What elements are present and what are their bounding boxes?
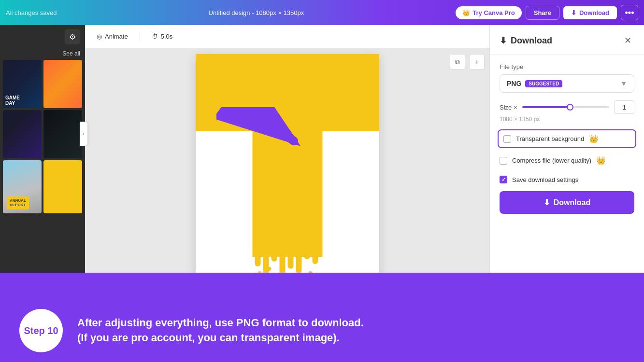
topbar: All changes saved Untitled design - 1080…	[0, 0, 644, 25]
annual-report-thumb[interactable]: ANNUALREPORT	[3, 160, 42, 213]
add-page-button[interactable]: +	[469, 54, 485, 70]
thumb-text-1: GAMEDAY	[5, 95, 20, 106]
template-thumb-3[interactable]	[3, 110, 42, 158]
file-type-left: PNG SUGGESTED	[507, 80, 562, 87]
template-grid-row1: GAMEDAY	[0, 60, 85, 158]
svg-rect-5	[296, 237, 301, 274]
svg-rect-2	[271, 237, 277, 262]
saved-status: All changes saved	[6, 9, 57, 16]
share-button[interactable]: Share	[526, 6, 559, 20]
save-settings-checkbox[interactable]: ✓	[500, 176, 507, 183]
canvas-design[interactable]	[196, 54, 379, 295]
chevron-down-icon: ▼	[620, 80, 627, 87]
wave-svg	[0, 272, 644, 301]
download-icon: ⬇	[571, 9, 576, 16]
save-settings-option[interactable]: ✓ Save download settings	[500, 173, 634, 186]
size-x-label: Size ×	[500, 104, 517, 111]
download-panel-body: File type PNG SUGGESTED ▼ Size × 1080	[490, 55, 644, 223]
filter-icon: ⚙	[69, 32, 76, 42]
png-label: PNG	[507, 80, 521, 87]
compress-label: Compress file (lower quality)	[512, 157, 591, 164]
panel-title: ⬇ Download	[500, 35, 552, 46]
instruction-line2: (If you are pro account, you can transpa…	[77, 331, 364, 346]
pro-crown-icon-2: 👑	[596, 156, 606, 165]
svg-rect-6	[304, 237, 310, 259]
transparent-bg-checkbox[interactable]	[503, 135, 511, 143]
annual-report-text: ANNUALREPORT	[7, 196, 29, 209]
bottom-content: Step 10 After adjusting everything, use …	[0, 299, 644, 362]
try-pro-button[interactable]: 👑 Try Canva Pro	[456, 6, 521, 19]
download-panel-header: ⬇ Download ✕	[490, 25, 644, 55]
instruction-text: After adjusting everything, use PNG form…	[77, 316, 364, 346]
clock-icon: ⏱	[152, 33, 158, 40]
template-thumb-6[interactable]	[43, 160, 82, 213]
svg-rect-4	[287, 237, 293, 269]
see-all-link[interactable]: See all	[62, 50, 80, 57]
compress-checkbox[interactable]	[500, 157, 507, 165]
download-panel-button[interactable]: ⬇ Download	[500, 191, 634, 214]
duplicate-button[interactable]: ⧉	[450, 54, 465, 70]
duration-button[interactable]: ⏱ 5.0s	[148, 31, 177, 42]
download-top-button[interactable]: ⬇ Download	[563, 6, 617, 19]
template-thumb-4[interactable]	[43, 110, 82, 158]
instruction-line1: After adjusting everything, use PNG form…	[77, 316, 364, 331]
topbar-right: 👑 Try Canva Pro Share ⬇ Download •••	[456, 5, 638, 20]
suggested-badge: SUGGESTED	[525, 80, 562, 87]
sidebar-toggle[interactable]: ‹	[80, 122, 87, 146]
svg-point-9	[267, 267, 271, 271]
template-thumb-2[interactable]	[43, 60, 82, 108]
pro-crown-icon-1: 👑	[589, 134, 599, 143]
compress-option[interactable]: Compress file (lower quality) 👑	[500, 153, 634, 168]
topbar-left: All changes saved	[6, 9, 57, 16]
topbar-center: Untitled design - 1080px × 1350px	[209, 9, 304, 16]
animate-icon: ◎	[97, 33, 102, 40]
sidebar-top: ⚙	[0, 25, 85, 48]
checkmark-icon: ✓	[501, 177, 506, 183]
save-settings-label: Save download settings	[512, 176, 578, 183]
size-slider[interactable]	[522, 106, 610, 108]
svg-rect-7	[312, 237, 318, 264]
svg-rect-1	[263, 237, 269, 276]
size-slider-track	[522, 106, 570, 108]
canvas-icons: ⧉ +	[450, 54, 485, 70]
arrow-svg	[216, 107, 323, 170]
download-btn-icon: ⬇	[544, 198, 550, 207]
file-type-dropdown[interactable]: PNG SUGGESTED ▼	[500, 74, 634, 93]
bottom-area: Step 10 After adjusting everything, use …	[0, 273, 644, 362]
design-title: Untitled design - 1080px × 1350px	[209, 9, 304, 16]
secondary-toolbar: ◎ Animate ⏱ 5.0s	[85, 25, 489, 48]
size-input[interactable]	[614, 100, 634, 114]
size-section: Size × 1080 × 1350 px	[500, 100, 634, 123]
close-panel-button[interactable]: ✕	[621, 34, 634, 47]
step-badge: Step 10	[19, 309, 63, 352]
filter-button[interactable]: ⚙	[65, 29, 80, 44]
file-type-label: File type	[500, 63, 634, 70]
step-label: Step 10	[24, 325, 58, 336]
crown-icon: 👑	[462, 9, 470, 16]
download-panel-icon: ⬇	[500, 35, 507, 46]
see-all-bar: See all	[0, 48, 85, 60]
animate-button[interactable]: ◎ Animate	[93, 31, 132, 42]
size-slider-thumb	[567, 104, 573, 111]
toolbar-divider	[140, 31, 140, 42]
more-options-button[interactable]: •••	[621, 5, 638, 20]
transparent-bg-option[interactable]: Transparent background 👑	[498, 129, 636, 148]
template-grid-row2: ANNUALREPORT	[0, 158, 85, 215]
transparent-bg-label: Transparent background	[516, 135, 584, 142]
template-thumb-1[interactable]: GAMEDAY	[3, 60, 42, 108]
size-dims: 1080 × 1350 px	[500, 116, 634, 123]
svg-rect-0	[255, 237, 260, 266]
size-row: Size ×	[500, 100, 634, 114]
